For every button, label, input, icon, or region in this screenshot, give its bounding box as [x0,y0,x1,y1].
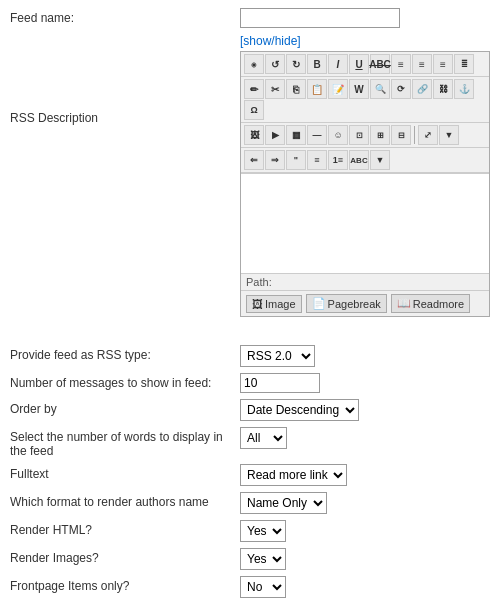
field-row-6: Render HTML?YesNo [10,520,490,542]
toolbar-btn-italic[interactable]: I [328,54,348,74]
toolbar-btn-bold[interactable]: B [307,54,327,74]
toolbar-btn-dropdown[interactable]: ▼ [370,150,390,170]
field-select-0[interactable]: RSS 2.0Atom 1.0 [240,345,315,367]
field-control-4: Read more linkFull textIntro text [240,464,490,486]
toolbar-btn-source[interactable]: ◉ [244,54,264,74]
toolbar-btn-flash[interactable]: ▶ [265,125,285,145]
path-label: Path: [246,276,272,288]
toolbar-btn-outdent[interactable]: ⇐ [244,150,264,170]
toolbar-btn-find[interactable]: 🔍 [370,79,390,99]
form-container: Feed name: [show/hide] ◉ ↺ ↻ B [0,0,500,602]
toolbar-btn-maximize[interactable]: ⤢ [418,125,438,145]
field-label-6: Render HTML? [10,520,240,537]
toolbar-btn-cut[interactable]: ✂ [265,79,285,99]
toolbar-btn-justify[interactable]: ≣ [454,54,474,74]
field-select-5[interactable]: Name OnlyFull NameUsername [240,492,327,514]
toolbar-sep [414,126,415,144]
editor-footer: 🖼 Image 📄 Pagebreak 📖 Readmore [241,290,489,316]
toolbar-row-3: 🖼 ▶ ▦ — ☺ ⊡ ⊞ ⊟ ⤢ ▼ [241,123,489,148]
toolbar-btn-redo[interactable]: ↻ [286,54,306,74]
field-control-5: Name OnlyFull NameUsername [240,492,490,514]
field-row-3: Select the number of words to display in… [10,427,490,458]
toolbar-btn-unlink[interactable]: ⛓ [433,79,453,99]
editor-path: Path: [241,273,489,290]
field-row-7: Render Images?YesNo [10,548,490,570]
editor-content[interactable] [241,173,489,273]
toolbar-btn-pagebreak2[interactable]: ⊞ [370,125,390,145]
toolbar-btn-paste[interactable]: 📋 [307,79,327,99]
field-label-5: Which format to render authors name [10,492,240,509]
toolbar-btn-indent[interactable]: ⇒ [265,150,285,170]
field-label-3: Select the number of words to display in… [10,427,240,458]
toolbar-btn-spellcheck[interactable]: ABC [349,150,369,170]
field-select-6[interactable]: YesNo [240,520,286,542]
field-row-2: Order byDate DescendingDate AscendingTit… [10,399,490,421]
feed-name-control [240,8,490,28]
field-select-2[interactable]: Date DescendingDate AscendingTitle [240,399,359,421]
field-row-8: Frontpage Items only?YesNo [10,576,490,598]
field-label-4: Fulltext [10,464,240,481]
field-control-2: Date DescendingDate AscendingTitle [240,399,490,421]
field-control-3: All100200300 [240,427,490,449]
readmore-icon: 📖 [397,297,411,310]
feed-name-label: Feed name: [10,8,240,25]
field-control-8: YesNo [240,576,490,598]
toolbar-btn-blockquote[interactable]: " [286,150,306,170]
field-row-4: FulltextRead more linkFull textIntro tex… [10,464,490,486]
toolbar-btn-paste-text[interactable]: 📝 [328,79,348,99]
toolbar-btn-hline[interactable]: — [307,125,327,145]
toolbar-row-1: ◉ ↺ ↻ B I U ABC ≡ ≡ ≡ ≣ [241,52,489,77]
field-input-1[interactable] [240,373,320,393]
field-select-8[interactable]: YesNo [240,576,286,598]
toolbar-btn-arrow[interactable]: ▼ [439,125,459,145]
toolbar-btn-table[interactable]: ▦ [286,125,306,145]
toolbar-row-4: ⇐ ⇒ " ≡ 1≡ ABC ▼ [241,148,489,173]
toolbar-btn-pen[interactable]: ✏ [244,79,264,99]
toolbar-btn-link[interactable]: 🔗 [412,79,432,99]
editor-footer-readmore-btn[interactable]: 📖 Readmore [391,294,470,313]
field-row-1: Number of messages to show in feed: [10,373,490,393]
toolbar-row-2: ✏ ✂ ⎘ 📋 📝 W 🔍 ⟳ 🔗 ⛓ ⚓ Ω [241,77,489,123]
toolbar-btn-ol[interactable]: 1≡ [328,150,348,170]
field-select-3[interactable]: All100200300 [240,427,287,449]
image-icon: 🖼 [252,298,263,310]
field-select-4[interactable]: Read more linkFull textIntro text [240,464,347,486]
editor-footer-pagebreak-btn[interactable]: 📄 Pagebreak [306,294,387,313]
toolbar-btn-underline[interactable]: U [349,54,369,74]
field-label-7: Render Images? [10,548,240,565]
field-row-0: Provide feed as RSS type:RSS 2.0Atom 1.0 [10,345,490,367]
toolbar-btn-align-center[interactable]: ≡ [412,54,432,74]
toolbar-btn-align-left[interactable]: ≡ [391,54,411,74]
editor-footer-image-btn[interactable]: 🖼 Image [246,295,302,313]
field-label-1: Number of messages to show in feed: [10,373,240,390]
toolbar-btn-align-right[interactable]: ≡ [433,54,453,74]
toolbar-btn-anchor[interactable]: ⚓ [454,79,474,99]
rss-description-label-text: RSS Description [10,108,240,125]
field-label-8: Frontpage Items only? [10,576,240,593]
editor-area: ◉ ↺ ↻ B I U ABC ≡ ≡ ≡ ≣ ✏ ✂ ⎘ [240,51,490,317]
toolbar-btn-iframe[interactable]: ⊡ [349,125,369,145]
toolbar-btn-ul[interactable]: ≡ [307,150,327,170]
field-label-2: Order by [10,399,240,416]
field-control-6: YesNo [240,520,490,542]
field-label-0: Provide feed as RSS type: [10,345,240,362]
editor-section: [show/hide] ◉ ↺ ↻ B I U ABC ≡ ≡ ≡ [240,34,490,317]
toolbar-btn-paste-word[interactable]: W [349,79,369,99]
image-btn-label: Image [265,298,296,310]
toolbar-btn-replace[interactable]: ⟳ [391,79,411,99]
toolbar-btn-copy[interactable]: ⎘ [286,79,306,99]
show-hide-link[interactable]: [show/hide] [240,34,490,48]
toolbar-btn-img[interactable]: 🖼 [244,125,264,145]
toolbar-btn-undo[interactable]: ↺ [265,54,285,74]
toolbar-btn-smiley[interactable]: ☺ [328,125,348,145]
feed-name-input[interactable] [240,8,400,28]
dynamic-fields: Provide feed as RSS type:RSS 2.0Atom 1.0… [10,345,490,602]
pagebreak-icon: 📄 [312,297,326,310]
rss-desc-label [10,34,240,37]
toolbar-btn-show-blocks[interactable]: ⊟ [391,125,411,145]
toolbar-btn-special[interactable]: Ω [244,100,264,120]
toolbar-btn-strikethrough[interactable]: ABC [370,54,390,74]
readmore-btn-label: Readmore [413,298,464,310]
field-select-7[interactable]: YesNo [240,548,286,570]
field-control-7: YesNo [240,548,490,570]
